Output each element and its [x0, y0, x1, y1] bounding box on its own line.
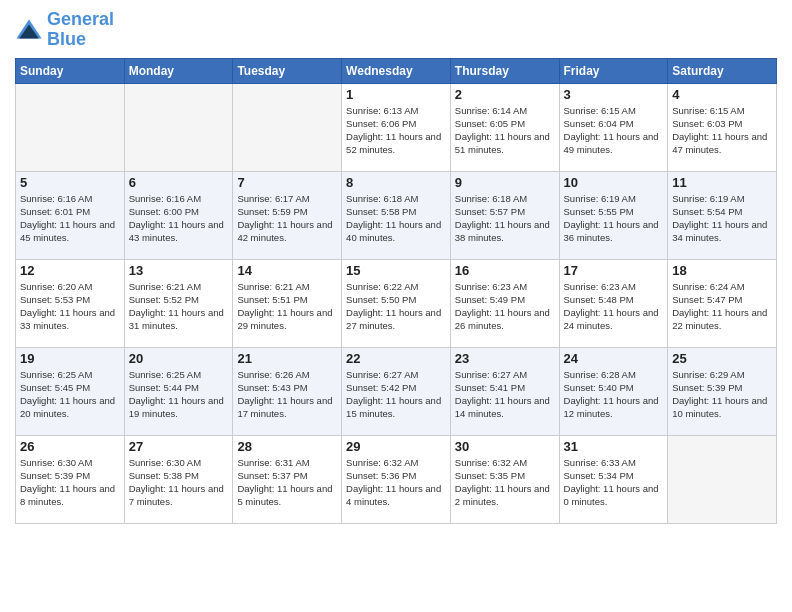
day-info: Sunrise: 6:32 AMSunset: 5:35 PMDaylight:… [455, 456, 555, 509]
calendar-cell: 22Sunrise: 6:27 AMSunset: 5:42 PMDayligh… [342, 347, 451, 435]
day-info: Sunrise: 6:16 AMSunset: 6:00 PMDaylight:… [129, 192, 229, 245]
calendar-cell: 29Sunrise: 6:32 AMSunset: 5:36 PMDayligh… [342, 435, 451, 523]
day-info: Sunrise: 6:27 AMSunset: 5:41 PMDaylight:… [455, 368, 555, 421]
day-info: Sunrise: 6:30 AMSunset: 5:39 PMDaylight:… [20, 456, 120, 509]
calendar-week: 19Sunrise: 6:25 AMSunset: 5:45 PMDayligh… [16, 347, 777, 435]
day-info: Sunrise: 6:23 AMSunset: 5:49 PMDaylight:… [455, 280, 555, 333]
calendar-week: 26Sunrise: 6:30 AMSunset: 5:39 PMDayligh… [16, 435, 777, 523]
weekday-header-cell: Thursday [450, 58, 559, 83]
weekday-header-cell: Tuesday [233, 58, 342, 83]
day-number: 20 [129, 351, 229, 366]
day-number: 1 [346, 87, 446, 102]
weekday-header: SundayMondayTuesdayWednesdayThursdayFrid… [16, 58, 777, 83]
day-number: 13 [129, 263, 229, 278]
calendar-container: General Blue SundayMondayTuesdayWednesda… [0, 0, 792, 612]
day-number: 19 [20, 351, 120, 366]
calendar-cell [16, 83, 125, 171]
day-info: Sunrise: 6:15 AMSunset: 6:03 PMDaylight:… [672, 104, 772, 157]
day-info: Sunrise: 6:18 AMSunset: 5:57 PMDaylight:… [455, 192, 555, 245]
calendar-cell: 31Sunrise: 6:33 AMSunset: 5:34 PMDayligh… [559, 435, 668, 523]
day-info: Sunrise: 6:23 AMSunset: 5:48 PMDaylight:… [564, 280, 664, 333]
day-number: 3 [564, 87, 664, 102]
day-number: 17 [564, 263, 664, 278]
calendar-cell: 1Sunrise: 6:13 AMSunset: 6:06 PMDaylight… [342, 83, 451, 171]
day-info: Sunrise: 6:30 AMSunset: 5:38 PMDaylight:… [129, 456, 229, 509]
calendar-cell: 12Sunrise: 6:20 AMSunset: 5:53 PMDayligh… [16, 259, 125, 347]
weekday-header-cell: Wednesday [342, 58, 451, 83]
day-number: 29 [346, 439, 446, 454]
calendar-cell: 15Sunrise: 6:22 AMSunset: 5:50 PMDayligh… [342, 259, 451, 347]
day-info: Sunrise: 6:22 AMSunset: 5:50 PMDaylight:… [346, 280, 446, 333]
day-info: Sunrise: 6:17 AMSunset: 5:59 PMDaylight:… [237, 192, 337, 245]
calendar-cell: 25Sunrise: 6:29 AMSunset: 5:39 PMDayligh… [668, 347, 777, 435]
calendar-cell: 7Sunrise: 6:17 AMSunset: 5:59 PMDaylight… [233, 171, 342, 259]
day-number: 30 [455, 439, 555, 454]
day-number: 26 [20, 439, 120, 454]
day-info: Sunrise: 6:14 AMSunset: 6:05 PMDaylight:… [455, 104, 555, 157]
day-number: 4 [672, 87, 772, 102]
calendar-week: 12Sunrise: 6:20 AMSunset: 5:53 PMDayligh… [16, 259, 777, 347]
day-info: Sunrise: 6:15 AMSunset: 6:04 PMDaylight:… [564, 104, 664, 157]
calendar-cell: 5Sunrise: 6:16 AMSunset: 6:01 PMDaylight… [16, 171, 125, 259]
day-number: 21 [237, 351, 337, 366]
day-number: 23 [455, 351, 555, 366]
day-number: 6 [129, 175, 229, 190]
day-info: Sunrise: 6:24 AMSunset: 5:47 PMDaylight:… [672, 280, 772, 333]
day-number: 16 [455, 263, 555, 278]
day-number: 27 [129, 439, 229, 454]
day-number: 10 [564, 175, 664, 190]
day-info: Sunrise: 6:21 AMSunset: 5:51 PMDaylight:… [237, 280, 337, 333]
calendar-cell: 3Sunrise: 6:15 AMSunset: 6:04 PMDaylight… [559, 83, 668, 171]
calendar-week: 5Sunrise: 6:16 AMSunset: 6:01 PMDaylight… [16, 171, 777, 259]
day-number: 25 [672, 351, 772, 366]
day-info: Sunrise: 6:19 AMSunset: 5:54 PMDaylight:… [672, 192, 772, 245]
calendar-cell: 23Sunrise: 6:27 AMSunset: 5:41 PMDayligh… [450, 347, 559, 435]
calendar-cell: 19Sunrise: 6:25 AMSunset: 5:45 PMDayligh… [16, 347, 125, 435]
weekday-header-cell: Monday [124, 58, 233, 83]
calendar-cell [668, 435, 777, 523]
day-number: 8 [346, 175, 446, 190]
weekday-header-cell: Friday [559, 58, 668, 83]
calendar-cell: 27Sunrise: 6:30 AMSunset: 5:38 PMDayligh… [124, 435, 233, 523]
calendar-cell: 16Sunrise: 6:23 AMSunset: 5:49 PMDayligh… [450, 259, 559, 347]
calendar-cell: 13Sunrise: 6:21 AMSunset: 5:52 PMDayligh… [124, 259, 233, 347]
day-number: 7 [237, 175, 337, 190]
day-info: Sunrise: 6:31 AMSunset: 5:37 PMDaylight:… [237, 456, 337, 509]
day-number: 18 [672, 263, 772, 278]
calendar-body: 1Sunrise: 6:13 AMSunset: 6:06 PMDaylight… [16, 83, 777, 523]
day-number: 5 [20, 175, 120, 190]
day-info: Sunrise: 6:13 AMSunset: 6:06 PMDaylight:… [346, 104, 446, 157]
day-number: 31 [564, 439, 664, 454]
day-number: 2 [455, 87, 555, 102]
weekday-header-cell: Saturday [668, 58, 777, 83]
day-info: Sunrise: 6:21 AMSunset: 5:52 PMDaylight:… [129, 280, 229, 333]
calendar-cell: 21Sunrise: 6:26 AMSunset: 5:43 PMDayligh… [233, 347, 342, 435]
day-info: Sunrise: 6:28 AMSunset: 5:40 PMDaylight:… [564, 368, 664, 421]
calendar-cell: 24Sunrise: 6:28 AMSunset: 5:40 PMDayligh… [559, 347, 668, 435]
day-info: Sunrise: 6:19 AMSunset: 5:55 PMDaylight:… [564, 192, 664, 245]
calendar-cell: 20Sunrise: 6:25 AMSunset: 5:44 PMDayligh… [124, 347, 233, 435]
day-info: Sunrise: 6:18 AMSunset: 5:58 PMDaylight:… [346, 192, 446, 245]
calendar-cell: 11Sunrise: 6:19 AMSunset: 5:54 PMDayligh… [668, 171, 777, 259]
calendar-cell: 6Sunrise: 6:16 AMSunset: 6:00 PMDaylight… [124, 171, 233, 259]
day-info: Sunrise: 6:32 AMSunset: 5:36 PMDaylight:… [346, 456, 446, 509]
calendar-cell: 10Sunrise: 6:19 AMSunset: 5:55 PMDayligh… [559, 171, 668, 259]
day-info: Sunrise: 6:26 AMSunset: 5:43 PMDaylight:… [237, 368, 337, 421]
day-number: 28 [237, 439, 337, 454]
weekday-header-cell: Sunday [16, 58, 125, 83]
calendar-cell [124, 83, 233, 171]
day-number: 14 [237, 263, 337, 278]
day-number: 24 [564, 351, 664, 366]
day-number: 9 [455, 175, 555, 190]
calendar-cell: 8Sunrise: 6:18 AMSunset: 5:58 PMDaylight… [342, 171, 451, 259]
day-number: 15 [346, 263, 446, 278]
day-info: Sunrise: 6:27 AMSunset: 5:42 PMDaylight:… [346, 368, 446, 421]
calendar-cell: 9Sunrise: 6:18 AMSunset: 5:57 PMDaylight… [450, 171, 559, 259]
day-number: 12 [20, 263, 120, 278]
day-info: Sunrise: 6:20 AMSunset: 5:53 PMDaylight:… [20, 280, 120, 333]
day-number: 11 [672, 175, 772, 190]
calendar-cell: 30Sunrise: 6:32 AMSunset: 5:35 PMDayligh… [450, 435, 559, 523]
calendar-cell: 18Sunrise: 6:24 AMSunset: 5:47 PMDayligh… [668, 259, 777, 347]
day-info: Sunrise: 6:33 AMSunset: 5:34 PMDaylight:… [564, 456, 664, 509]
logo-text: General Blue [47, 10, 114, 50]
